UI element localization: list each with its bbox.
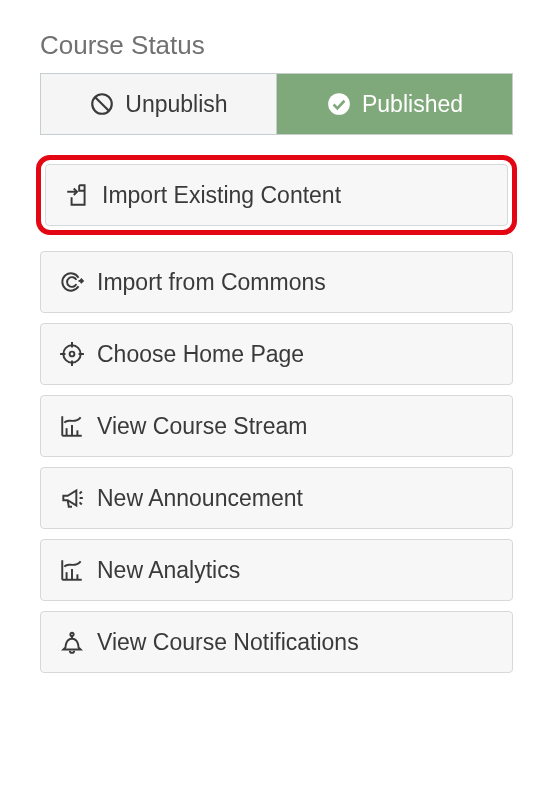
course-status-heading: Course Status [40,30,513,61]
action-label: Import from Commons [97,269,326,296]
bell-icon [59,629,85,655]
commons-icon [59,269,85,295]
published-button[interactable]: Published [277,73,513,135]
import-icon [64,182,90,208]
check-circle-icon [326,91,352,117]
analytics-chart-icon [59,557,85,583]
svg-point-2 [328,93,350,115]
action-label: View Course Notifications [97,629,359,656]
svg-point-20 [70,633,73,636]
action-label: Choose Home Page [97,341,304,368]
import-from-commons-button[interactable]: Import from Commons [40,251,513,313]
action-label: New Analytics [97,557,240,584]
prohibit-icon [89,91,115,117]
highlight-annotation: Import Existing Content [36,155,517,235]
view-course-notifications-button[interactable]: View Course Notifications [40,611,513,673]
action-label: New Announcement [97,485,303,512]
svg-line-1 [95,97,109,111]
svg-point-4 [70,352,75,357]
choose-home-page-button[interactable]: Choose Home Page [40,323,513,385]
unpublish-label: Unpublish [125,91,227,118]
publish-status-toggle: Unpublish Published [40,73,513,135]
unpublish-button[interactable]: Unpublish [40,73,277,135]
import-existing-content-button[interactable]: Import Existing Content [45,164,508,226]
action-label: View Course Stream [97,413,308,440]
new-announcement-button[interactable]: New Announcement [40,467,513,529]
view-course-stream-button[interactable]: View Course Stream [40,395,513,457]
analytics-chart-icon [59,413,85,439]
svg-point-3 [63,345,80,362]
action-label: Import Existing Content [102,182,341,209]
new-analytics-button[interactable]: New Analytics [40,539,513,601]
megaphone-icon [59,485,85,511]
published-label: Published [362,91,463,118]
course-actions-list: Import Existing Content Import from Comm… [40,157,513,673]
target-icon [59,341,85,367]
